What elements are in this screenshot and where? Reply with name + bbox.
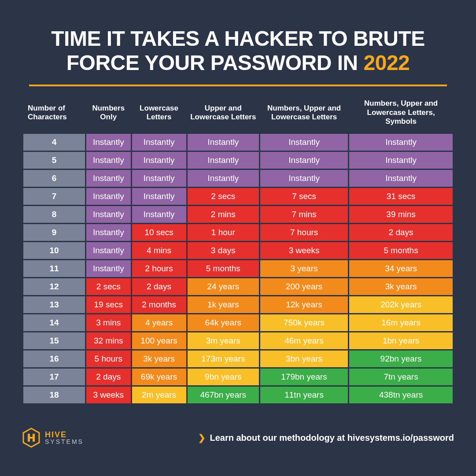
time-cell: Instantly — [86, 260, 131, 277]
time-cell: 3 weeks — [86, 387, 131, 403]
col-header: Lowercase Letters — [132, 96, 186, 132]
char-count: 11 — [23, 260, 85, 277]
time-cell: 12k years — [260, 296, 348, 313]
char-count: 18 — [23, 387, 85, 403]
char-count: 10 — [23, 242, 85, 259]
time-cell: Instantly — [86, 206, 131, 223]
svg-rect-3 — [28, 437, 35, 439]
time-cell: Instantly — [132, 206, 186, 223]
time-cell: Instantly — [349, 152, 453, 169]
char-count: 13 — [23, 296, 85, 313]
time-cell: 31 secs — [349, 188, 453, 205]
table-row: 122 secs2 days24 years200 years3k years — [23, 278, 453, 295]
time-cell: 2 secs — [86, 278, 131, 295]
time-cell: 9bn years — [188, 369, 259, 385]
footer: HIVE SYSTEMS ❯ Learn about our methodolo… — [0, 418, 476, 448]
table-row: 165 hours3k years173m years3bn years92bn… — [23, 351, 453, 367]
table-row: 9Instantly10 secs1 hour7 hours2 days — [23, 224, 453, 241]
table-row: 5InstantlyInstantlyInstantlyInstantlyIns… — [23, 152, 453, 169]
time-cell: Instantly — [188, 152, 259, 169]
char-count: 4 — [23, 134, 85, 151]
brand-logo: HIVE SYSTEMS — [22, 428, 84, 448]
time-cell: Instantly — [260, 152, 348, 169]
time-cell: Instantly — [132, 152, 186, 169]
time-cell: 202k years — [349, 296, 453, 313]
time-cell: 7 secs — [260, 188, 348, 205]
time-cell: Instantly — [349, 170, 453, 187]
page-title: TIME IT TAKES A HACKER TO BRUTE FORCE YO… — [22, 26, 454, 75]
time-cell: Instantly — [86, 188, 131, 205]
cta-text: ❯ Learn about our methodology at hivesys… — [198, 432, 454, 443]
time-cell: 438tn years — [349, 387, 453, 403]
time-cell: 7 hours — [260, 224, 348, 241]
time-cell: 179bn years — [260, 369, 348, 385]
time-cell: 92bn years — [349, 351, 453, 367]
time-cell: Instantly — [86, 224, 131, 241]
time-cell: Instantly — [260, 134, 348, 151]
time-cell: 100 years — [132, 332, 186, 349]
table-row: 6InstantlyInstantlyInstantlyInstantlyIns… — [23, 170, 453, 187]
char-count: 12 — [23, 278, 85, 295]
time-cell: 1k years — [188, 296, 259, 313]
cta-prefix: Learn about our methodology at — [210, 433, 347, 443]
time-cell: 2 mins — [188, 206, 259, 223]
time-cell: 2 days — [132, 278, 186, 295]
col-header: Numbers, Upper and Lowercase Letters — [260, 96, 348, 132]
time-cell: 19 secs — [86, 296, 131, 313]
time-cell: 5 hours — [86, 351, 131, 367]
char-count: 6 — [23, 170, 85, 187]
time-cell: Instantly — [188, 170, 259, 187]
time-cell: 3 weeks — [260, 242, 348, 259]
char-count: 17 — [23, 369, 85, 385]
time-cell: 4 years — [132, 314, 186, 331]
time-cell: Instantly — [132, 188, 186, 205]
time-cell: 2 days — [349, 224, 453, 241]
table-row: 4InstantlyInstantlyInstantlyInstantlyIns… — [23, 134, 453, 151]
password-table: Number of CharactersNumbers OnlyLowercas… — [22, 95, 454, 404]
time-cell: 173m years — [188, 351, 259, 367]
title-year: 2022 — [364, 51, 410, 74]
time-cell: 5 months — [349, 242, 453, 259]
col-header: Number of Characters — [23, 96, 85, 132]
time-cell: 200 years — [260, 278, 348, 295]
time-cell: 2 hours — [132, 260, 186, 277]
time-cell: 7 mins — [260, 206, 348, 223]
time-cell: 4 mins — [132, 242, 186, 259]
time-cell: 3k years — [132, 351, 186, 367]
time-cell: 24 years — [188, 278, 259, 295]
time-cell: 3 years — [260, 260, 348, 277]
time-cell: 2m years — [132, 387, 186, 403]
table-row: 10Instantly4 mins3 days3 weeks5 months — [23, 242, 453, 259]
time-cell: 16m years — [349, 314, 453, 331]
table-row: 7InstantlyInstantly2 secs7 secs31 secs — [23, 188, 453, 205]
time-cell: 2 days — [86, 369, 131, 385]
chevron-right-icon: ❯ — [198, 433, 206, 443]
time-cell: 69k years — [132, 369, 186, 385]
time-cell: Instantly — [260, 170, 348, 187]
char-count: 9 — [23, 224, 85, 241]
time-cell: 3bn years — [260, 351, 348, 367]
col-header: Numbers Only — [86, 96, 131, 132]
time-cell: 5 months — [188, 260, 259, 277]
table-row: 11Instantly2 hours5 months3 years34 year… — [23, 260, 453, 277]
time-cell: 2 months — [132, 296, 186, 313]
time-cell: Instantly — [188, 134, 259, 151]
time-cell: Instantly — [86, 170, 131, 187]
time-cell: Instantly — [132, 134, 186, 151]
char-count: 16 — [23, 351, 85, 367]
time-cell: 46m years — [260, 332, 348, 349]
char-count: 8 — [23, 206, 85, 223]
time-cell: 34 years — [349, 260, 453, 277]
cta-link[interactable]: hivesystems.io/password — [347, 433, 454, 443]
char-count: 15 — [23, 332, 85, 349]
time-cell: Instantly — [132, 170, 186, 187]
time-cell: Instantly — [86, 152, 131, 169]
col-header: Numbers, Upper and Lowercase Letters, Sy… — [349, 96, 453, 132]
time-cell: Instantly — [86, 242, 131, 259]
char-count: 7 — [23, 188, 85, 205]
table-row: 8InstantlyInstantly2 mins7 mins39 mins — [23, 206, 453, 223]
time-cell: 3 days — [188, 242, 259, 259]
time-cell: 11tn years — [260, 387, 348, 403]
time-cell: 1bn years — [349, 332, 453, 349]
time-cell: Instantly — [86, 134, 131, 151]
